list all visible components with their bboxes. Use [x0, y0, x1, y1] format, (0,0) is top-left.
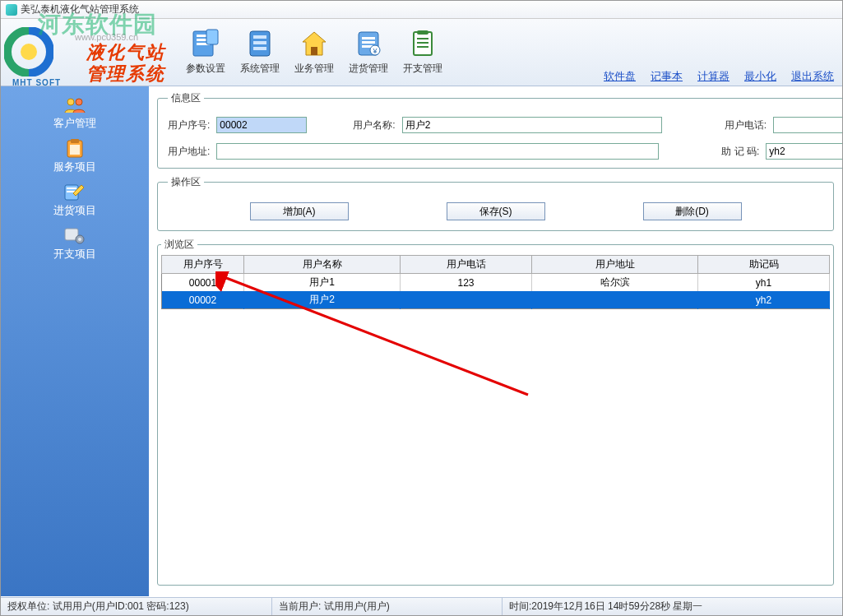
grid-header-row: 用户序号 用户名称 用户电话 用户地址 助记码 — [162, 256, 830, 274]
brand-mht: MHT SOFT — [12, 78, 61, 87]
table-row[interactable]: 00001用户1123哈尔滨yh1 — [162, 274, 830, 292]
sidebar-cust-label: 客户管理 — [53, 116, 96, 131]
gear-doc-icon — [63, 226, 86, 246]
cell-phone: 123 — [401, 274, 532, 292]
sidebar-item-exp[interactable]: 开支项目 — [9, 224, 141, 264]
menu-stock-label: 进货管理 — [349, 62, 388, 76]
browse-grid[interactable]: 用户序号 用户名称 用户电话 用户地址 助记码 00001用户1123哈尔滨yh… — [161, 255, 830, 309]
sidebar-stock-label: 进货项目 — [53, 203, 96, 218]
note-pen-icon — [63, 183, 86, 202]
cell-addr — [532, 291, 698, 309]
cell-name: 用户1 — [244, 274, 401, 292]
status-auth: 授权单位: 试用用户(用户ID:001 密码:123) — [1, 598, 272, 615]
link-min[interactable]: 最小化 — [744, 69, 776, 84]
svg-rect-5 — [206, 30, 218, 44]
linkbar: 软件盘 记事本 计算器 最小化 退出系统 — [604, 69, 834, 84]
user-no-input[interactable] — [216, 117, 307, 133]
user-phone-label: 用户电话: — [725, 118, 767, 132]
menu-params[interactable]: 参数设置 — [182, 25, 229, 77]
sidebar-item-cust[interactable]: 客户管理 — [9, 93, 141, 133]
mnemonic-input[interactable] — [766, 143, 842, 160]
cell-phone — [401, 291, 532, 309]
svg-rect-9 — [253, 47, 266, 50]
clipboard-icon — [63, 139, 86, 159]
status-time: 时间:2019年12月16日 14时59分28秒 星期一 — [503, 598, 842, 615]
svg-point-32 — [78, 238, 81, 241]
delete-button[interactable]: 删除(D) — [643, 202, 742, 220]
menu-expense[interactable]: 开支管理 — [399, 25, 447, 77]
svg-rect-7 — [253, 35, 266, 39]
info-section: 信息区 用户序号: 用户名称: 用户电话: 用户地址: 助 记 码: — [157, 91, 842, 169]
svg-rect-25 — [71, 139, 79, 143]
svg-rect-28 — [67, 188, 76, 189]
users-icon — [63, 95, 86, 115]
cell-no: 00002 — [162, 291, 244, 309]
params-icon — [189, 27, 222, 60]
add-button[interactable]: 增加(A) — [250, 202, 349, 220]
col-username[interactable]: 用户名称 — [244, 256, 401, 274]
menu-system[interactable]: 系统管理 — [236, 25, 284, 77]
app-icon — [6, 4, 17, 16]
svg-rect-26 — [70, 145, 80, 155]
user-phone-input[interactable] — [773, 117, 842, 133]
col-mnemonic[interactable]: 助记码 — [698, 256, 830, 274]
svg-rect-12 — [362, 37, 375, 39]
svg-rect-13 — [362, 41, 375, 44]
menu-stock[interactable]: ¥ 进货管理 — [345, 25, 392, 77]
cell-addr: 哈尔滨 — [532, 274, 698, 292]
ops-legend: 操作区 — [168, 175, 204, 189]
svg-point-22 — [67, 99, 74, 105]
link-note[interactable]: 记事本 — [651, 69, 683, 84]
statusbar: 授权单位: 试用用户(用户ID:001 密码:123) 当前用户: 试用用户(用… — [1, 597, 842, 615]
link-exit[interactable]: 退出系统 — [791, 69, 834, 84]
content-area: 信息区 用户序号: 用户名称: 用户电话: 用户地址: 助 记 码: 操作区 — [149, 86, 842, 596]
col-userno[interactable]: 用户序号 — [162, 256, 244, 274]
user-addr-input[interactable] — [216, 143, 659, 160]
brand-line2: 管理系统 — [86, 62, 165, 86]
sidebar-item-svc[interactable]: 服务项目 — [9, 137, 141, 177]
sidebar-item-stock[interactable]: 进货项目 — [9, 180, 141, 220]
biz-icon — [298, 27, 331, 60]
user-addr-label: 用户地址: — [168, 145, 210, 159]
table-row[interactable]: 00002用户2yh2 — [162, 291, 830, 309]
svg-point-23 — [76, 99, 82, 105]
save-button[interactable]: 保存(S) — [447, 202, 545, 220]
status-current: 当前用户: 试用用户(用户) — [272, 598, 503, 615]
sidebar-exp-label: 开支项目 — [53, 247, 96, 262]
stock-icon: ¥ — [352, 27, 385, 60]
svg-point-0 — [21, 44, 37, 60]
cell-name: 用户2 — [244, 291, 401, 309]
browse-section: 浏览区 用户序号 用户名称 用户电话 用户地址 助记码 00001用户1123哈… — [157, 238, 834, 586]
svg-rect-10 — [311, 47, 317, 55]
ops-section: 操作区 增加(A) 保存(S) 删除(D) — [157, 175, 834, 231]
menu-biz-label: 业务管理 — [294, 62, 334, 76]
menu-biz[interactable]: 业务管理 — [290, 25, 338, 77]
main-toolbar: 液化气站 管理系统 MHT SOFT 参数设置 系统管理 业务管理 ¥ — [1, 19, 842, 86]
sidebar-svc-label: 服务项目 — [53, 160, 96, 174]
svg-rect-18 — [417, 30, 428, 35]
menu-expense-label: 开支管理 — [403, 62, 442, 76]
user-no-label: 用户序号: — [168, 118, 210, 132]
brand-logo — [4, 27, 53, 76]
link-calc[interactable]: 计算器 — [697, 69, 730, 84]
window-title: 美弘泰机液化气站管理系统 — [21, 2, 139, 16]
browse-legend: 浏览区 — [161, 238, 197, 252]
link-disk[interactable]: 软件盘 — [604, 69, 636, 84]
menu-bar: 参数设置 系统管理 业务管理 ¥ 进货管理 开支管理 — [182, 25, 447, 77]
sidebar: 客户管理 服务项目 进货项目 开支项目 — [1, 86, 149, 596]
cell-mn: yh2 — [698, 291, 830, 309]
col-userphone[interactable]: 用户电话 — [401, 256, 532, 274]
svg-text:¥: ¥ — [372, 47, 377, 55]
col-useraddr[interactable]: 用户地址 — [532, 256, 698, 274]
system-icon — [243, 27, 276, 60]
svg-rect-8 — [253, 41, 266, 44]
info-legend: 信息区 — [168, 91, 204, 105]
user-name-label: 用户名称: — [353, 118, 395, 132]
mnemonic-label: 助 记 码: — [721, 145, 759, 159]
user-name-input[interactable] — [402, 117, 662, 133]
menu-params-label: 参数设置 — [186, 62, 225, 76]
cell-mn: yh1 — [698, 274, 830, 292]
menu-system-label: 系统管理 — [240, 62, 280, 76]
titlebar: 美弘泰机液化气站管理系统 — [1, 1, 842, 19]
expense-icon — [406, 27, 439, 60]
